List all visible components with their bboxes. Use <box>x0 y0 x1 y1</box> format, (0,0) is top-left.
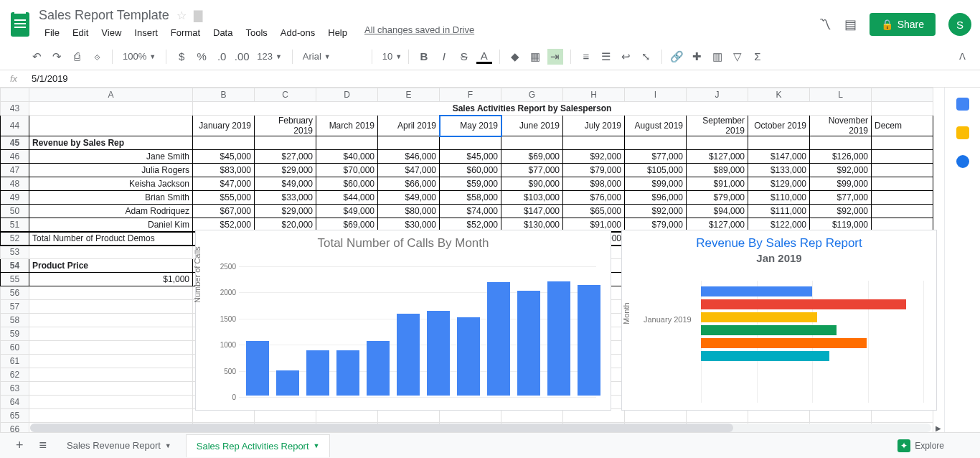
share-button[interactable]: 🔒 Share <box>870 13 936 36</box>
chart1-title: Total Number of Calls By Month <box>196 236 611 251</box>
link-icon[interactable]: 🔗 <box>669 50 685 63</box>
sheet-tabs-bar: + ≡ Sales Revenue Report▼ Sales Rep Acti… <box>0 432 980 458</box>
halign-icon[interactable]: ≡ <box>578 50 594 62</box>
activity-icon[interactable]: 〽 <box>819 17 831 32</box>
horizontal-scrollbar[interactable] <box>30 424 931 432</box>
collapse-toolbar-icon[interactable]: ᐱ <box>959 51 966 62</box>
menu-format[interactable]: Format <box>165 24 206 41</box>
lock-icon: 🔒 <box>881 19 893 30</box>
saved-status: All changes saved in Drive <box>364 24 474 41</box>
comments-icon[interactable]: ▤ <box>844 17 857 32</box>
paint-format-icon[interactable]: ⟐ <box>89 50 105 62</box>
formula-value[interactable]: 5/1/2019 <box>32 73 68 84</box>
menu-insert[interactable]: Insert <box>128 24 164 41</box>
italic-icon[interactable]: I <box>436 50 452 62</box>
formula-bar: fx 5/1/2019 <box>0 70 980 88</box>
sheet-tab-revenue[interactable]: Sales Revenue Report▼ <box>57 434 182 457</box>
strike-icon[interactable]: S <box>456 50 472 62</box>
font-size-select[interactable]: 10▼ <box>380 51 401 62</box>
share-label: Share <box>897 19 924 30</box>
format-select[interactable]: 123▼ <box>254 51 285 62</box>
functions-icon[interactable]: Σ <box>750 50 765 62</box>
all-sheets-icon[interactable]: ≡ <box>34 435 53 456</box>
tasks-addon-icon[interactable] <box>956 155 969 168</box>
add-sheet-icon[interactable]: + <box>10 435 29 456</box>
sheet-tab-activities[interactable]: Sales Rep Activities Report▼ <box>186 434 331 457</box>
bold-icon[interactable]: B <box>416 50 432 62</box>
comment-icon[interactable]: ✚ <box>689 50 705 63</box>
menu-bar: FileEditViewInsertFormatDataToolsAdd-ons… <box>39 24 474 41</box>
wrap-icon[interactable]: ↩ <box>618 50 634 63</box>
print-icon[interactable]: ⎙ <box>69 50 85 62</box>
rotate-icon[interactable]: ⤡ <box>639 50 654 63</box>
chart-calls-by-month[interactable]: Total Number of Calls By Month Number of… <box>195 230 611 411</box>
chart2-title: Revenue By Sales Rep Report <box>622 236 936 251</box>
valign-icon[interactable]: ☰ <box>598 50 614 63</box>
menu-help[interactable]: Help <box>322 24 353 41</box>
menu-add-ons[interactable]: Add-ons <box>275 24 321 41</box>
currency-icon[interactable]: $ <box>174 50 189 62</box>
borders-icon[interactable]: ▦ <box>527 50 543 63</box>
spreadsheet-grid[interactable]: ABCDEFGHIJKL43Sales Activities Report by… <box>0 88 944 432</box>
filter-icon[interactable]: ▽ <box>730 50 745 63</box>
undo-icon[interactable]: ↶ <box>29 50 44 63</box>
scroll-right-icon[interactable]: ▶ <box>933 424 944 432</box>
menu-view[interactable]: View <box>95 24 127 41</box>
menu-file[interactable]: File <box>39 24 65 41</box>
chart-revenue-by-rep[interactable]: Revenue By Sales Rep Report Jan 2019 Mon… <box>621 230 937 411</box>
menu-edit[interactable]: Edit <box>67 24 94 41</box>
zoom-select[interactable]: 100%▼ <box>120 51 159 62</box>
font-select[interactable]: Arial▼ <box>300 51 364 62</box>
keep-addon-icon[interactable] <box>956 126 969 139</box>
explore-button[interactable]: ✦ Explore <box>897 439 944 452</box>
side-panel <box>944 88 980 432</box>
merge-icon[interactable]: ⇥ <box>547 49 563 65</box>
dec-decrease-icon[interactable]: .0 <box>214 50 230 62</box>
explore-icon: ✦ <box>897 439 910 452</box>
menu-data[interactable]: Data <box>207 24 238 41</box>
sheets-logo[interactable] <box>6 10 34 39</box>
account-avatar[interactable]: S <box>948 13 971 36</box>
redo-icon[interactable]: ↷ <box>49 50 65 63</box>
chart1-ylabel: Number of Calls <box>193 246 202 303</box>
chart-icon[interactable]: ▥ <box>710 50 725 63</box>
calendar-addon-icon[interactable] <box>956 98 969 111</box>
title-bar: Sales Report Template ☆ ▇ FileEditViewIn… <box>0 0 980 43</box>
folder-icon[interactable]: ▇ <box>194 9 202 22</box>
fill-color-icon[interactable]: ◆ <box>507 50 523 63</box>
star-icon[interactable]: ☆ <box>176 9 187 22</box>
chart2-category: January 2019 <box>644 315 692 324</box>
percent-icon[interactable]: % <box>194 50 209 62</box>
menu-tools[interactable]: Tools <box>240 24 273 41</box>
text-color-icon[interactable]: A <box>476 50 492 64</box>
chart2-subtitle: Jan 2019 <box>622 252 936 264</box>
toolbar: ↶ ↷ ⎙ ⟐ 100%▼ $ % .0 .00 123▼ Arial▼ 10▼… <box>0 43 980 70</box>
dec-increase-icon[interactable]: .00 <box>234 50 250 62</box>
fx-icon: fx <box>10 73 32 84</box>
doc-title[interactable]: Sales Report Template <box>39 8 169 23</box>
chart2-ylabel: Month <box>622 302 631 324</box>
